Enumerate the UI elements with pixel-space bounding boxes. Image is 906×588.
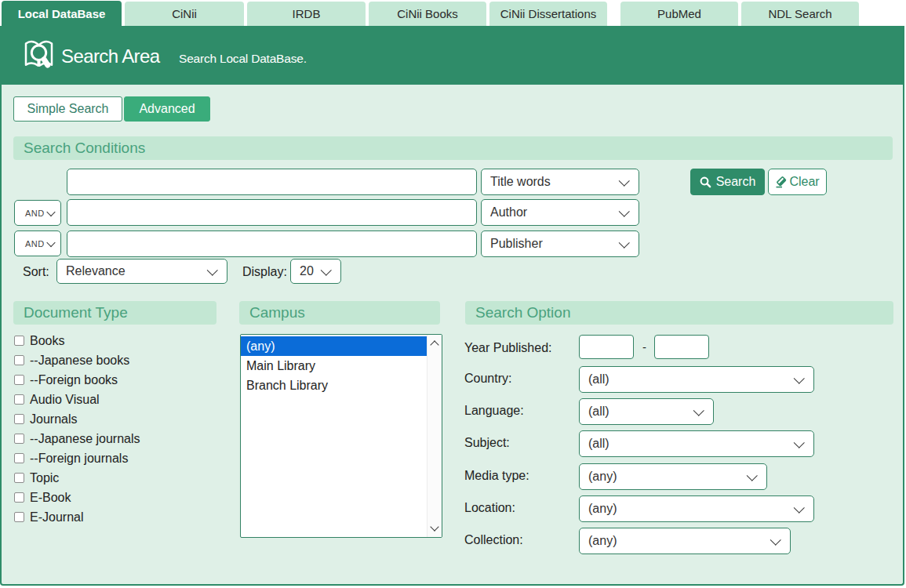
tab-label: Local DataBase [18, 7, 106, 20]
eraser-icon [775, 176, 788, 188]
document-type-label: --Japanese books [30, 354, 129, 368]
chevron-down-icon [46, 207, 55, 216]
search-conditions-heading: Search Conditions [13, 136, 893, 160]
year-published-label: Year Published: [464, 341, 552, 355]
search-option-select-value: (any) [588, 470, 617, 484]
keyword-input-1[interactable] [67, 169, 477, 195]
chevron-down-icon [321, 265, 331, 275]
field-select-1-value: Title words [490, 175, 551, 189]
search-option-row: Subject: (all) [2, 430, 903, 456]
chevron-down-icon [619, 176, 629, 186]
tab-label: CiNii Books [397, 7, 458, 20]
page: Local DataBase CiNii IRDB CiNii Books Ci… [0, 0, 904, 586]
search-option-select[interactable]: (any) [579, 463, 767, 490]
search-option-select-value: (all) [588, 437, 609, 451]
field-select-3[interactable]: Publisher [481, 230, 639, 257]
year-to-input[interactable] [654, 335, 709, 359]
chevron-down-icon [46, 238, 55, 246]
tab[interactable]: PubMed [620, 2, 738, 26]
field-select-2-value: Author [490, 205, 527, 220]
operator-select-3-value: AND [25, 239, 45, 249]
database-tabbar: Local DataBase CiNii IRDB CiNii Books Ci… [0, 0, 904, 26]
display-select[interactable]: 20 [290, 259, 341, 284]
search-option-select-value: (all) [588, 372, 609, 387]
clear-button[interactable]: Clear [768, 169, 827, 195]
campus-option-label: (any) [246, 339, 275, 354]
book-search-icon [24, 38, 53, 70]
year-from-input[interactable] [579, 335, 634, 359]
document-type-checkbox[interactable] [14, 355, 24, 365]
keyword-input-3[interactable] [67, 230, 477, 257]
simple-search-label: Simple Search [27, 102, 108, 116]
tab-label: PubMed [657, 7, 701, 20]
search-option-label: Collection: [464, 533, 523, 547]
tab-label: CiNii [172, 7, 197, 20]
magnifier-icon [700, 176, 711, 188]
search-conditions-title: Search Conditions [24, 140, 145, 157]
tab[interactable]: CiNii Books [369, 2, 486, 26]
sort-select-value: Relevance [66, 264, 126, 278]
search-option-label: Country: [464, 372, 511, 386]
tab[interactable]: NDL Search [741, 2, 859, 26]
search-option-select[interactable]: (any) [579, 495, 814, 522]
campus-heading: Campus [239, 301, 440, 325]
document-type-heading: Document Type [13, 301, 216, 325]
chevron-down-icon [794, 502, 804, 512]
search-option-label: Subject: [464, 436, 510, 450]
operator-select-2[interactable]: AND [14, 200, 61, 226]
search-button[interactable]: Search [690, 169, 765, 195]
page-subtitle: Search Local DataBase. [179, 53, 307, 65]
tab[interactable]: Local DataBase [2, 1, 122, 26]
search-option-rows: Country: (all) Language: (all) Subject: … [2, 366, 903, 560]
display-label: Display: [242, 265, 287, 279]
search-option-heading: Search Option [465, 301, 893, 325]
page-title: Search Area [61, 47, 159, 66]
sort-select[interactable]: Relevance [56, 259, 227, 284]
document-type-checkbox[interactable] [14, 336, 24, 346]
field-select-3-value: Publisher [490, 237, 543, 251]
search-option-select[interactable]: (all) [579, 366, 814, 393]
search-option-label: Media type: [464, 469, 529, 483]
search-option-label: Location: [464, 501, 515, 515]
search-option-label: Language: [464, 404, 524, 418]
search-option-select-value: (all) [588, 405, 609, 419]
campus-option[interactable]: (any) [241, 336, 427, 356]
tab[interactable]: IRDB [247, 2, 366, 26]
simple-search-button[interactable]: Simple Search [13, 96, 122, 122]
search-option-row: Media type: (any) [2, 463, 903, 489]
tab[interactable]: CiNii [125, 2, 244, 26]
search-option-row: Language: (all) [2, 398, 903, 424]
scroll-up-icon[interactable] [430, 340, 438, 349]
advanced-label: Advanced [139, 102, 195, 116]
search-option-select[interactable]: (all) [579, 398, 714, 425]
search-option-select[interactable]: (all) [579, 430, 814, 457]
chevron-down-icon [207, 265, 217, 275]
search-option-title: Search Option [475, 304, 570, 321]
advanced-button[interactable]: Advanced [124, 96, 210, 122]
keyword-input-2[interactable] [67, 199, 477, 226]
search-button-label: Search [716, 175, 756, 189]
search-option-select-value: (any) [588, 534, 617, 548]
field-select-1[interactable]: Title words [481, 169, 639, 195]
search-option-row: Collection: (any) [2, 528, 903, 554]
year-range-separator: - [642, 340, 646, 354]
document-type-title: Document Type [24, 304, 128, 321]
document-type-item: Books [14, 331, 140, 350]
tab-label: IRDB [293, 7, 321, 20]
clear-button-label: Clear [789, 175, 819, 189]
chevron-down-icon [619, 206, 629, 216]
campus-title: Campus [249, 304, 305, 321]
tab-label: NDL Search [768, 7, 831, 20]
display-select-value: 20 [300, 264, 314, 278]
chevron-down-icon [693, 405, 704, 416]
sort-label: Sort: [23, 265, 49, 279]
field-select-2[interactable]: Author [481, 199, 639, 226]
header-band: Search Area Search Local DataBase. [0, 26, 904, 85]
document-type-label: Books [30, 334, 64, 348]
search-form-area: Simple Search Advanced Search Conditions… [0, 85, 904, 586]
tab[interactable]: CiNii Dissertations [489, 2, 607, 26]
operator-select-3[interactable]: AND [14, 230, 61, 256]
search-option-select[interactable]: (any) [579, 528, 791, 554]
chevron-down-icon [770, 535, 780, 545]
operator-select-2-value: AND [25, 209, 45, 218]
